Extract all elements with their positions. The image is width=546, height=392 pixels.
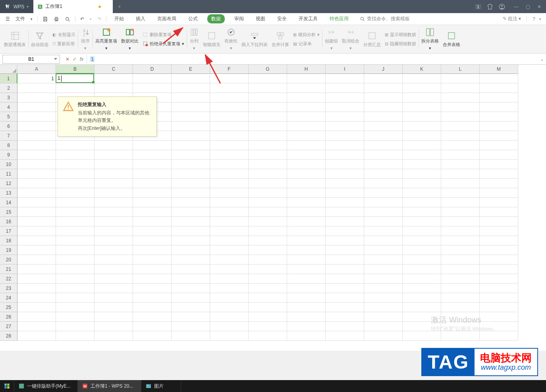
cell[interactable] bbox=[326, 141, 364, 150]
cell[interactable] bbox=[210, 331, 249, 341]
cell[interactable] bbox=[249, 198, 287, 207]
cell[interactable] bbox=[364, 293, 403, 303]
cell[interactable] bbox=[172, 102, 210, 112]
split-table-button[interactable]: 拆分表格 ▾ bbox=[420, 27, 440, 51]
column-header-E[interactable]: E bbox=[172, 65, 210, 74]
cell[interactable] bbox=[133, 303, 172, 312]
cell[interactable] bbox=[249, 141, 287, 150]
cell[interactable] bbox=[56, 160, 95, 169]
cell[interactable] bbox=[172, 83, 210, 93]
cell[interactable] bbox=[133, 284, 172, 293]
cell[interactable] bbox=[172, 131, 210, 141]
row-header-13[interactable]: 13 bbox=[0, 188, 17, 198]
cell[interactable] bbox=[364, 265, 403, 274]
cell[interactable] bbox=[403, 322, 441, 331]
cell[interactable] bbox=[95, 207, 133, 217]
cell[interactable] bbox=[364, 331, 403, 341]
cell[interactable] bbox=[441, 293, 480, 303]
cell[interactable] bbox=[287, 160, 326, 169]
column-header-A[interactable]: A bbox=[17, 65, 56, 74]
cell[interactable] bbox=[364, 217, 403, 226]
cell[interactable] bbox=[249, 284, 287, 293]
cell[interactable] bbox=[133, 169, 172, 179]
cell[interactable] bbox=[287, 312, 326, 322]
cell[interactable] bbox=[249, 150, 287, 160]
cell[interactable] bbox=[133, 217, 172, 226]
cell[interactable] bbox=[249, 102, 287, 112]
cell[interactable] bbox=[441, 102, 480, 112]
row-header-16[interactable]: 16 bbox=[0, 217, 17, 226]
cell[interactable] bbox=[364, 131, 403, 141]
cell[interactable] bbox=[17, 102, 56, 112]
cell[interactable] bbox=[441, 226, 480, 236]
row-header-8[interactable]: 8 bbox=[0, 141, 17, 150]
cell[interactable] bbox=[441, 312, 480, 322]
cell[interactable] bbox=[172, 226, 210, 236]
cell[interactable] bbox=[172, 207, 210, 217]
cell[interactable] bbox=[95, 322, 133, 331]
cell[interactable] bbox=[210, 226, 249, 236]
cell[interactable] bbox=[441, 198, 480, 207]
cell[interactable] bbox=[441, 245, 480, 255]
taskbar-item-1[interactable]: W 工作簿1 - WPS 20... bbox=[78, 380, 141, 392]
row-header-22[interactable]: 22 bbox=[0, 274, 17, 284]
cell[interactable] bbox=[441, 83, 480, 93]
cell[interactable] bbox=[249, 293, 287, 303]
row-header-6[interactable]: 6 bbox=[0, 122, 17, 131]
cell[interactable] bbox=[480, 74, 518, 83]
cell[interactable] bbox=[287, 245, 326, 255]
cell[interactable] bbox=[17, 312, 56, 322]
cell[interactable] bbox=[95, 303, 133, 312]
cell[interactable] bbox=[56, 150, 95, 160]
cell[interactable] bbox=[210, 217, 249, 226]
reject-duplicate-entry-button[interactable]: 拒绝录入重复项 ▾ bbox=[141, 40, 186, 48]
cell[interactable] bbox=[17, 255, 56, 265]
preview-button[interactable] bbox=[62, 16, 73, 22]
doc-tab-active[interactable]: S 工作簿1 bbox=[33, 0, 113, 13]
annotate-button[interactable]: ✎ 批注 ▾ bbox=[503, 15, 521, 22]
reapply-button[interactable]: ▽ 重新应用 bbox=[51, 40, 77, 48]
cell[interactable] bbox=[364, 207, 403, 217]
cell[interactable] bbox=[172, 169, 210, 179]
cell[interactable] bbox=[480, 322, 518, 331]
cell[interactable] bbox=[287, 255, 326, 265]
taskbar-item-0[interactable]: 一键排版助手(MyE... bbox=[14, 380, 78, 392]
cell[interactable] bbox=[326, 293, 364, 303]
cell[interactable] bbox=[172, 141, 210, 150]
row-header-9[interactable]: 9 bbox=[0, 150, 17, 160]
row-header-14[interactable]: 14 bbox=[0, 198, 17, 207]
cell[interactable] bbox=[56, 179, 95, 188]
cell[interactable] bbox=[326, 169, 364, 179]
cell[interactable]: 1 bbox=[17, 74, 56, 83]
cell[interactable] bbox=[133, 74, 172, 83]
cell[interactable] bbox=[287, 322, 326, 331]
cell[interactable] bbox=[133, 322, 172, 331]
cell[interactable] bbox=[480, 217, 518, 226]
tab-page-layout[interactable]: 页面布局 bbox=[155, 14, 179, 23]
cell[interactable] bbox=[287, 93, 326, 102]
cell[interactable] bbox=[403, 150, 441, 160]
cell[interactable] bbox=[249, 188, 287, 198]
cell[interactable] bbox=[133, 150, 172, 160]
cell[interactable] bbox=[480, 179, 518, 188]
save-button[interactable] bbox=[40, 16, 50, 22]
cell[interactable] bbox=[172, 198, 210, 207]
cell[interactable] bbox=[17, 160, 56, 169]
cell[interactable] bbox=[403, 303, 441, 312]
cell[interactable] bbox=[249, 217, 287, 226]
cell[interactable] bbox=[326, 150, 364, 160]
row-header-1[interactable]: 1 bbox=[0, 74, 17, 83]
cell[interactable] bbox=[210, 112, 249, 122]
highlight-duplicates-button[interactable]: 高亮重复项 ▾ bbox=[94, 27, 119, 51]
cell[interactable] bbox=[172, 331, 210, 341]
cell[interactable] bbox=[480, 226, 518, 236]
cell[interactable] bbox=[441, 265, 480, 274]
cell[interactable] bbox=[326, 312, 364, 322]
cell[interactable] bbox=[56, 198, 95, 207]
cell[interactable] bbox=[480, 198, 518, 207]
cell[interactable] bbox=[403, 284, 441, 293]
cell[interactable] bbox=[172, 74, 210, 83]
cell[interactable] bbox=[480, 150, 518, 160]
cell[interactable] bbox=[441, 179, 480, 188]
cell[interactable] bbox=[172, 245, 210, 255]
